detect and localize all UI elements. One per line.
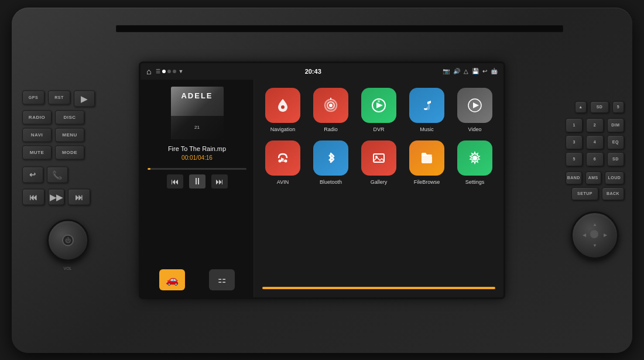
- filebrowse-icon: [409, 140, 444, 176]
- settings-app[interactable]: Settings: [454, 140, 495, 185]
- left-panel: GPS RST ▶ RADIO DISC NAVI MENU MUTE MODE…: [22, 90, 113, 270]
- bluetooth-app[interactable]: Bluetooth: [310, 140, 351, 185]
- signal-status-icon: ▼: [178, 68, 183, 74]
- menu-icon: ☰: [156, 68, 160, 74]
- status-bar: ⌂ ☰ ▼ 20:43 📷 🔊 △ 💾 ↩ 🤖: [141, 63, 503, 80]
- next-button[interactable]: ⏭: [68, 188, 90, 205]
- music-label: Music: [420, 126, 434, 132]
- artist-name: ADELE: [171, 91, 224, 100]
- btn-1[interactable]: 1: [566, 118, 583, 132]
- dvr-app[interactable]: DVR: [358, 88, 399, 132]
- dim-button[interactable]: DIM: [607, 118, 624, 132]
- mute-button[interactable]: MUTE: [22, 145, 52, 159]
- app-grid: Navigation: [254, 80, 503, 297]
- radio-button[interactable]: RADIO: [22, 110, 52, 124]
- svg-point-0: [281, 105, 285, 109]
- nav-icon: [265, 88, 300, 123]
- sd-button[interactable]: SD: [607, 152, 624, 166]
- home-icon[interactable]: ⌂: [146, 67, 151, 76]
- settings-icon: [457, 140, 492, 176]
- avin-app[interactable]: AVIN: [262, 140, 303, 185]
- svg-rect-12: [374, 154, 384, 162]
- btn-3[interactable]: 3: [566, 135, 583, 149]
- btn-2[interactable]: 2: [586, 118, 603, 132]
- gallery-app[interactable]: Gallery: [358, 140, 399, 185]
- navi-button[interactable]: NAVI: [22, 128, 52, 142]
- radio-label: Radio: [324, 126, 338, 132]
- prev-button[interactable]: ⏮: [22, 188, 44, 205]
- status-time: 20:43: [305, 68, 321, 75]
- down-nav-btn[interactable]: ▼: [590, 241, 600, 251]
- dvr-icon: [361, 88, 396, 123]
- skip-back-button[interactable]: ▶▶: [48, 188, 64, 205]
- bluetooth-label: Bluetooth: [320, 179, 342, 185]
- car-icon-btn[interactable]: 🚗: [159, 269, 185, 290]
- sd-right-button[interactable]: SD: [590, 101, 609, 113]
- back-android-icon: ↩: [482, 68, 487, 74]
- avin-label: AVIN: [277, 179, 289, 185]
- nav-app[interactable]: Navigation: [262, 88, 303, 132]
- btn-6[interactable]: 6: [586, 152, 603, 166]
- btn-4[interactable]: 4: [586, 135, 603, 149]
- album-subtitle: 21: [194, 125, 200, 130]
- play-hw-button[interactable]: ▶: [74, 90, 95, 107]
- android-icon: 🤖: [491, 68, 498, 74]
- music-player: ADELE 21 Fire To The Rain.mp 00:01/04:16: [141, 80, 254, 297]
- head-unit: GPS RST ▶ RADIO DISC NAVI MENU MUTE MODE…: [12, 8, 632, 353]
- grid-icon-btn[interactable]: ⚏: [209, 269, 235, 290]
- skip-fwd-ctrl[interactable]: ⏭: [211, 174, 228, 188]
- svg-point-3: [329, 104, 333, 107]
- up-nav-btn[interactable]: ▲: [590, 220, 600, 230]
- svg-point-14: [472, 156, 477, 160]
- radio-svg-icon: [322, 97, 340, 114]
- song-title: Fire To The Rain.mp: [148, 145, 246, 152]
- video-icon: [457, 88, 492, 123]
- video-app[interactable]: Video: [454, 88, 495, 132]
- bluetooth-icon: [313, 140, 348, 176]
- band-button[interactable]: BAND: [566, 172, 582, 184]
- music-app[interactable]: Music: [406, 88, 447, 132]
- power-button[interactable]: ⏻: [62, 234, 74, 246]
- skip-back-ctrl[interactable]: ⏮: [167, 174, 183, 188]
- svg-point-6: [378, 100, 380, 102]
- center-nav-btn[interactable]: [590, 230, 598, 238]
- radio-app[interactable]: Radio: [310, 88, 351, 132]
- disc-button[interactable]: DISC: [55, 110, 84, 124]
- album-art: ADELE 21: [171, 87, 224, 139]
- mode-button[interactable]: MODE: [55, 145, 84, 159]
- progress-bar[interactable]: [148, 168, 246, 170]
- screen-content: ADELE 21 Fire To The Rain.mp 00:01/04:16: [141, 80, 503, 297]
- eq-button[interactable]: EQ: [607, 135, 624, 149]
- btn-5[interactable]: 5: [566, 152, 583, 166]
- status-right: 📷 🔊 △ 💾 ↩ 🤖: [443, 68, 498, 74]
- eject-button[interactable]: ▲: [575, 101, 587, 113]
- right-nav-btn[interactable]: ▶: [600, 230, 610, 240]
- right-knob[interactable]: ▲ ◀ ▶ ▼: [571, 211, 619, 259]
- setup-button[interactable]: SETUP: [571, 187, 598, 200]
- left-nav-btn[interactable]: ◀: [580, 230, 590, 240]
- camera-icon: 📷: [443, 68, 450, 74]
- phone-button[interactable]: 📞: [47, 166, 68, 183]
- prev-track-button[interactable]: ↩: [22, 166, 43, 183]
- back-button[interactable]: BACK: [602, 187, 624, 200]
- ams-button[interactable]: AMS: [585, 172, 602, 184]
- menu-button[interactable]: MENU: [55, 128, 84, 142]
- music-svg-icon: [418, 97, 436, 114]
- gallery-svg-icon: [370, 149, 388, 167]
- dot-1: [162, 70, 166, 73]
- dvr-label: DVR: [373, 126, 384, 132]
- app-icons-status: ☰ ▼: [156, 68, 183, 74]
- left-knob[interactable]: ⏻: [47, 219, 89, 261]
- bluetooth-svg-icon: [322, 149, 340, 167]
- time-display: 00:01/04:16: [148, 155, 246, 161]
- loud-button[interactable]: LOUD: [605, 172, 624, 184]
- playback-controls: ⏮ ⏸ ⏭: [148, 174, 246, 188]
- rst-button[interactable]: RST: [48, 90, 70, 104]
- alert-icon: △: [464, 68, 468, 74]
- filebrowse-app[interactable]: FileBrowse: [406, 140, 447, 185]
- play-pause-ctrl[interactable]: ⏸: [189, 174, 205, 188]
- music-icon: [409, 88, 444, 123]
- nav-label: Navigation: [270, 126, 296, 132]
- gps-button[interactable]: GPS: [22, 90, 44, 104]
- sd-num-button[interactable]: 5: [612, 101, 624, 113]
